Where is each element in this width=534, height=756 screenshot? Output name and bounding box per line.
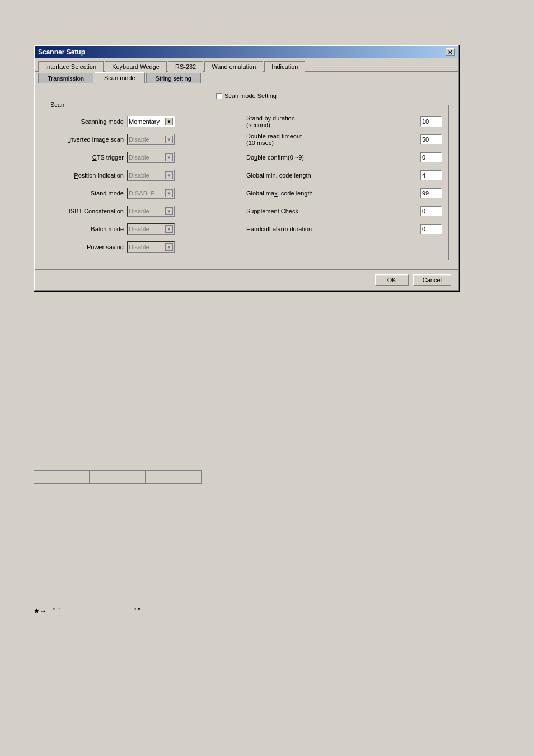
double-read-input[interactable]: [420, 134, 442, 144]
tab-transmission[interactable]: Transmission: [38, 73, 93, 83]
tab-interface-selection[interactable]: Interface Selection: [38, 61, 104, 72]
double-read-row: Double read timeout(10 msec): [246, 132, 442, 147]
star-symbol: ★→: [34, 607, 46, 615]
isbt-label: ISBT Concatenation: [51, 208, 124, 214]
right-column: Stand-by duration(second) Double read ti…: [246, 114, 442, 254]
scanner-setup-window: Scanner Setup ✕ Interface Selection Keyb…: [34, 45, 459, 291]
dropdown-arrow-position: ▼: [165, 171, 173, 179]
title-bar: Scanner Setup ✕: [35, 46, 458, 58]
fields-container: Scanning mode Momentary ▼ Inverted image…: [51, 114, 442, 254]
cancel-button[interactable]: Cancel: [413, 274, 451, 286]
close-button[interactable]: ✕: [446, 48, 455, 56]
dropdown-arrow-cts: ▼: [165, 153, 173, 161]
quote-pair-2: " ": [134, 607, 140, 615]
global-max-row: Global max. code length: [246, 186, 442, 200]
box-3: [146, 470, 202, 484]
stand-mode-label: Stand mode: [51, 190, 124, 197]
box-1: [34, 470, 90, 484]
scanning-mode-row: Scanning mode Momentary ▼: [51, 114, 246, 129]
supplement-check-label: Supplement Check: [246, 208, 417, 214]
handcuff-alarm-input[interactable]: [420, 224, 442, 234]
scanning-mode-label: Scanning mode: [51, 118, 124, 125]
supplement-check-row: Supplement Check: [246, 204, 442, 218]
position-indication-row: Position indication Disable ▼: [51, 168, 246, 183]
below-content: [34, 470, 500, 484]
scan-group-label: Scan: [49, 101, 66, 108]
global-max-input[interactable]: [420, 188, 442, 198]
tabs-row2: Transmission Scan mode String setting: [35, 72, 458, 83]
inverted-image-dropdown[interactable]: Disable ▼: [127, 134, 175, 145]
scan-group: Scan Scanning mode Momentary ▼ Inverted …: [44, 105, 449, 260]
tab-wand-emulation[interactable]: Wand emulation: [204, 61, 263, 72]
global-min-input[interactable]: [420, 170, 442, 180]
cts-trigger-dropdown[interactable]: Disable ▼: [127, 152, 175, 163]
stand-mode-dropdown[interactable]: DISABLE ▼: [127, 188, 175, 199]
star-text-row: ★→ " " " ": [34, 607, 500, 615]
double-confirm-row: Double confirm(0 ~9): [246, 150, 442, 165]
inverted-image-label: Inverted image scan: [51, 136, 124, 143]
ok-button[interactable]: OK: [375, 274, 409, 286]
dropdown-arrow-scanning: ▼: [165, 118, 173, 125]
quote-pair-1: " ": [53, 607, 60, 615]
standby-duration-row: Stand-by duration(second): [246, 114, 442, 129]
double-read-label: Double read timeout(10 msec): [246, 133, 417, 146]
global-min-label: Global min. code length: [246, 172, 417, 179]
power-saving-dropdown[interactable]: Disable ▼: [127, 241, 175, 253]
box-2: [90, 470, 146, 484]
scan-mode-checkbox[interactable]: [216, 93, 222, 99]
scanning-mode-dropdown[interactable]: Momentary ▼: [127, 116, 175, 127]
double-confirm-input[interactable]: [420, 152, 442, 162]
tabs-row1: Interface Selection Keyboard Wedge RS-23…: [35, 58, 458, 72]
content-area: Scan mode Setting Scan Scanning mode Mom…: [35, 83, 458, 269]
standby-label: Stand-by duration(second): [246, 115, 417, 128]
power-saving-row: Power saving Disable ▼: [51, 240, 246, 254]
global-min-row: Global min. code length: [246, 168, 442, 183]
cts-trigger-label: CTS trigger: [51, 154, 124, 161]
handcuff-alarm-label: Handcuff alarm duration: [246, 226, 417, 232]
power-saving-label: Power saving: [51, 244, 124, 250]
tab-scan-mode[interactable]: Scan mode: [95, 72, 145, 83]
global-max-label: Global max. code length: [246, 190, 417, 197]
inverted-image-row: Inverted image scan Disable ▼: [51, 132, 246, 147]
window-title: Scanner Setup: [38, 48, 85, 56]
batch-mode-row: Batch mode Disable ▼: [51, 222, 246, 236]
batch-mode-dropdown[interactable]: Disable ▼: [127, 223, 175, 235]
tab-string-setting[interactable]: String setting: [146, 73, 201, 83]
batch-mode-label: Batch mode: [51, 226, 124, 232]
dropdown-arrow-inverted: ▼: [165, 136, 173, 143]
dropdown-arrow-batch: ▼: [165, 225, 173, 233]
dropdown-arrow-isbt: ▼: [165, 207, 173, 215]
cts-trigger-row: CTS trigger Disable ▼: [51, 150, 246, 165]
tab-rs232[interactable]: RS-232: [168, 61, 203, 72]
scan-mode-setting-label: Scan mode Setting: [224, 92, 277, 99]
left-column: Scanning mode Momentary ▼ Inverted image…: [51, 114, 246, 254]
isbt-row: ISBT Concatenation Disable ▼: [51, 204, 246, 218]
dropdown-arrow-power: ▼: [165, 243, 173, 251]
tab-indication[interactable]: Indication: [264, 61, 305, 72]
bottom-bar: OK Cancel: [35, 269, 458, 290]
double-confirm-label: Double confirm(0 ~9): [246, 154, 417, 161]
dropdown-arrow-stand: ▼: [165, 189, 173, 197]
position-dropdown[interactable]: Disable ▼: [127, 170, 175, 181]
handcuff-alarm-row: Handcuff alarm duration: [246, 222, 442, 236]
position-indication-label: Position indication: [51, 172, 124, 179]
tab-keyboard-wedge[interactable]: Keyboard Wedge: [105, 61, 167, 72]
three-boxes: [34, 470, 500, 484]
stand-mode-row: Stand mode DISABLE ▼: [51, 186, 246, 200]
supplement-check-input[interactable]: [420, 206, 442, 216]
scan-mode-setting-row: Scan mode Setting: [44, 92, 449, 99]
isbt-dropdown[interactable]: Disable ▼: [127, 206, 175, 217]
standby-input[interactable]: [420, 116, 442, 127]
